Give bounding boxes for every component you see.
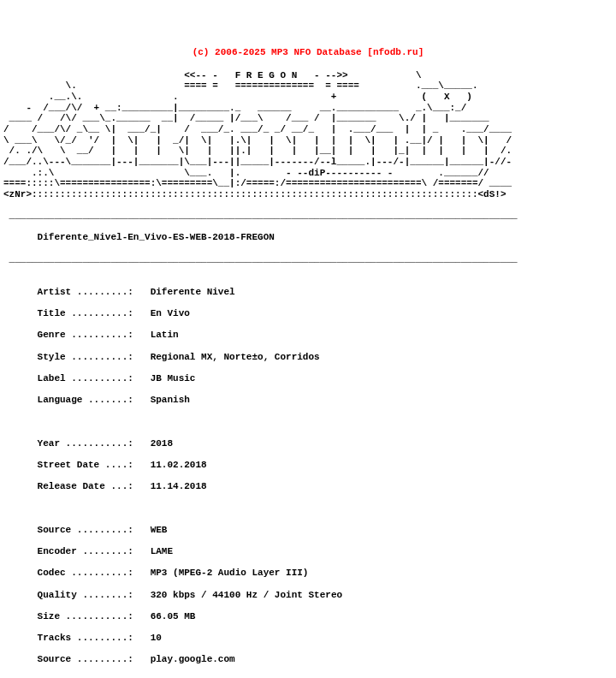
info-source2: Source .........: play.google.com: [3, 654, 613, 665]
release-name: Diferente_Nivel-En_Vivo-ES-WEB-2018-FREG…: [38, 232, 275, 242]
info-title: Title ..........: En Vivo: [3, 308, 613, 319]
divider: ________________________________________…: [3, 254, 613, 265]
info-genre: Genre ..........: Latin: [3, 330, 613, 341]
blank: [3, 503, 613, 514]
info-tracks: Tracks .........: 10: [3, 633, 613, 644]
info-quality: Quality ........: 320 kbps / 44100 Hz / …: [3, 590, 613, 601]
info-street-date: Street Date ....: 11.02.2018: [3, 460, 613, 471]
info-encoder: Encoder ........: LAME: [3, 546, 613, 557]
copyright-header: (c) 2006-2025 MP3 NFO Database [nfodb.ru…: [3, 47, 613, 58]
info-label: Label ..........: JB Music: [3, 373, 613, 384]
release-name-row: Diferente_Nivel-En_Vivo-ES-WEB-2018-FREG…: [3, 232, 613, 243]
blank: [3, 416, 613, 427]
info-release-date: Release Date ...: 11.14.2018: [3, 481, 613, 492]
ascii-logo: <<-- - F R E G O N - -->> \ \. ==== = ==…: [3, 70, 613, 200]
info-size: Size ...........: 66.05 MB: [3, 611, 613, 622]
info-source: Source .........: WEB: [3, 525, 613, 536]
divider: ________________________________________…: [3, 211, 613, 222]
info-year: Year ...........: 2018: [3, 438, 613, 449]
info-artist: Artist .........: Diferente Nivel: [3, 287, 613, 298]
info-block: Artist .........: Diferente Nivel Title …: [3, 276, 613, 678]
info-language: Language .......: Spanish: [3, 395, 613, 406]
info-style: Style ..........: Regional MX, Norte±o, …: [3, 352, 613, 363]
info-codec: Codec ..........: MP3 (MPEG-2 Audio Laye…: [3, 568, 613, 579]
